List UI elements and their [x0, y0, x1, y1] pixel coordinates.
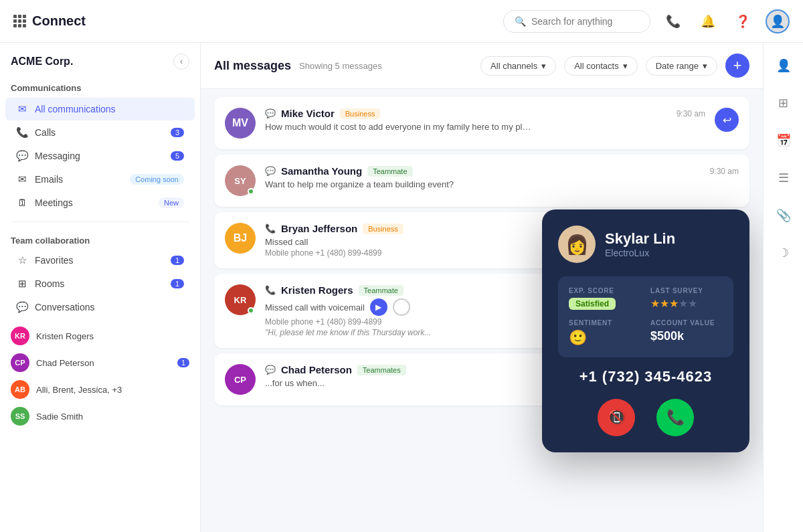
avatar-wrapper-kristen: KR [225, 284, 256, 315]
messages-list: MV 💬 Mike Victor Business 9:30 am How mu… [201, 89, 763, 414]
message-panel: All messages Showing 5 messages All chan… [201, 43, 763, 532]
conv-kristen-rogers[interactable]: KR Kristen Rogers [0, 323, 200, 349]
chevron-down-icon: ▾ [541, 61, 546, 71]
caller-avatar: 👩 [558, 226, 596, 263]
conv-avatar-sadie: SS [11, 407, 29, 426]
search-input[interactable] [531, 16, 639, 27]
all-channels-filter[interactable]: All channels ▾ [480, 56, 556, 76]
sidebar-item-all-communications[interactable]: ✉ All communications [5, 98, 195, 120]
conv-name-alli: Alli, Brent, Jessica, +3 [36, 385, 189, 395]
contact-panel-icon[interactable]: 👤 [772, 54, 796, 78]
tag-bryan: Business [363, 224, 404, 234]
rooms-badge: 1 [171, 279, 184, 288]
help-button[interactable]: ❓ [731, 9, 755, 33]
time-samantha: 9:30 am [710, 167, 739, 176]
messages-title: All messages [214, 59, 291, 73]
conv-alli-brent[interactable]: AB Alli, Brent, Jessica, +3 [0, 376, 200, 403]
calendar-panel-icon[interactable]: 📅 [772, 128, 796, 153]
meetings-label: Meetings [35, 197, 152, 208]
channel-icon-chad: 💬 [265, 365, 276, 375]
conv-avatar-chad: CP [11, 353, 29, 372]
messaging-label: Messaging [35, 151, 164, 161]
decline-call-button[interactable]: 📵 [598, 399, 635, 436]
accept-call-button[interactable]: 📞 [656, 399, 694, 436]
user-avatar[interactable]: 👤 [766, 9, 790, 33]
sidebar-item-meetings[interactable]: 🗓 Meetings New [5, 191, 195, 213]
phone-icon: 📞 [16, 126, 28, 139]
add-message-button[interactable]: + [725, 54, 749, 78]
sidebar-divider [11, 221, 189, 222]
all-contacts-label: All contacts [574, 61, 618, 71]
moon-panel-icon[interactable]: ☽ [772, 241, 796, 265]
reply-button-mike-victor[interactable]: ↩ [715, 108, 739, 132]
favorites-label: Favorites [35, 255, 164, 266]
stars-rating: ★★★★★ [650, 297, 723, 310]
sidebar-header: ACME Corp. ‹ [0, 43, 200, 75]
sender-mike-victor: Mike Victor [281, 108, 335, 119]
tag-mike-victor: Business [340, 108, 381, 119]
conversations-list: KR Kristen Rogers CP Chad Peterson 1 AB … [0, 323, 200, 430]
main-content: ACME Corp. ‹ Communications ✉ All commun… [0, 43, 803, 532]
last-survey-section: LAST SURVEY ★★★★★ [650, 287, 723, 310]
calls-label: Calls [35, 127, 164, 138]
bell-button[interactable]: 🔔 [696, 9, 720, 33]
app-name: Connect [32, 13, 86, 29]
search-icon: 🔍 [515, 16, 526, 27]
rooms-label: Rooms [35, 278, 164, 289]
phone-number: +1 (732) 345-4623 [558, 368, 733, 385]
caller-name: Skylar Lin [605, 230, 675, 248]
online-indicator-samantha [248, 188, 254, 195]
sidebar-item-favorites[interactable]: ☆ Favorites 1 [5, 249, 195, 272]
conv-avatar-kristen: KR [11, 327, 29, 345]
avatar-bryan-jefferson: BJ [225, 223, 256, 254]
sidebar-item-messaging[interactable]: 💬 Messaging 5 [5, 145, 195, 167]
conv-avatar-alli: AB [11, 380, 29, 399]
sidebar-item-emails[interactable]: ✉ Emails Coming soon [5, 168, 195, 191]
search-bar[interactable]: 🔍 [503, 10, 650, 33]
calls-badge: 3 [171, 128, 184, 137]
last-survey-label: LAST SURVEY [650, 287, 723, 294]
date-range-filter[interactable]: Date range ▾ [646, 56, 717, 76]
email-icon: ✉ [16, 173, 28, 185]
emails-label: Emails [35, 174, 123, 185]
exp-score-section: EXP. SCORE Satisfied [569, 287, 641, 310]
conversations-label: Conversations [35, 302, 184, 313]
sidebar-item-rooms[interactable]: ⊞ Rooms 1 [5, 272, 195, 295]
calendar-icon: 🗓 [16, 197, 28, 208]
channel-icon-bryan: 📞 [265, 224, 276, 234]
tag-chad: Teammates [357, 365, 406, 375]
collapse-button[interactable]: ‹ [173, 54, 189, 70]
msg-card-samantha-young[interactable]: SY 💬 Samantha Young Teammate 9:30 am Wan… [214, 155, 749, 207]
all-channels-label: All channels [490, 61, 537, 71]
date-range-label: Date range [656, 61, 699, 71]
checklist-panel-icon[interactable]: ☰ [772, 166, 796, 190]
time-mike-victor: 9:30 am [677, 109, 705, 118]
conv-badge-chad: 1 [177, 358, 189, 367]
emails-badge: Coming soon [130, 174, 184, 185]
sidebar-item-calls[interactable]: 📞 Calls 3 [5, 121, 195, 144]
channel-icon-mike: 💬 [265, 108, 276, 118]
phone-button[interactable]: 📞 [661, 9, 685, 33]
avatar-wrapper-samantha: SY [225, 165, 256, 196]
conv-sadie-smith[interactable]: SS Sadie Smith [0, 403, 200, 430]
inbox-icon: ✉ [16, 103, 28, 115]
account-value-section: ACCOUNT VALUE $500k [650, 319, 723, 347]
attachment-panel-icon[interactable]: 📎 [772, 203, 796, 228]
all-contacts-filter[interactable]: All contacts ▾ [564, 56, 637, 76]
msg-card-mike-victor[interactable]: MV 💬 Mike Victor Business 9:30 am How mu… [214, 97, 749, 149]
avatar-mike-victor: MV [225, 108, 256, 139]
sentiment-emoji: 🙂 [569, 329, 641, 347]
exp-score-value: Satisfied [569, 298, 616, 310]
all-communications-label: All communications [35, 104, 184, 114]
play-voicemail-button[interactable]: ▶ [370, 298, 387, 316]
conv-name-sadie: Sadie Smith [36, 412, 189, 422]
missed-voicemail-kristen: Missed call with voicemail [265, 302, 365, 313]
favorites-badge: 1 [171, 256, 184, 265]
conv-chad-peterson[interactable]: CP Chad Peterson 1 [0, 349, 200, 376]
topbar-icons: 📞 🔔 ❓ 👤 [661, 9, 790, 33]
sidebar-item-conversations[interactable]: 💬 Conversations [5, 296, 195, 319]
sender-bryan: Bryan Jefferson [281, 223, 357, 234]
table-panel-icon[interactable]: ⊞ [772, 91, 796, 115]
messages-header: All messages Showing 5 messages All chan… [201, 43, 763, 89]
sidebar: ACME Corp. ‹ Communications ✉ All commun… [0, 43, 201, 532]
